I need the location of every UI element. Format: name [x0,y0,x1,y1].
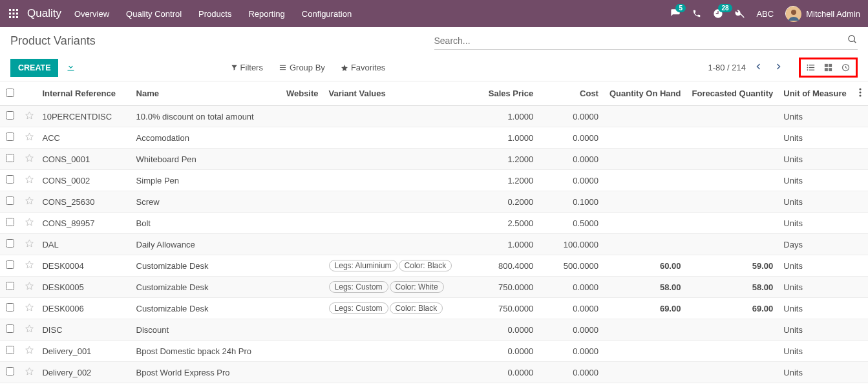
nav-configuration[interactable]: Configuration [302,9,352,19]
cell-variant [324,341,474,362]
table-row[interactable]: DESK0006Customizable DeskLegs: CustomCol… [0,298,868,319]
row-checkbox[interactable] [6,367,14,375]
table-row[interactable]: ACCAccomodation1.00000.0000Units [0,127,868,149]
col-select-all[interactable] [0,81,19,106]
star-icon[interactable] [25,346,34,357]
star-icon[interactable] [25,303,34,314]
table-row[interactable]: DESK0005Customizable DeskLegs: CustomCol… [0,277,868,298]
cell-website [281,191,323,213]
row-checkbox[interactable] [6,303,14,312]
star-icon[interactable] [25,218,34,229]
star-icon[interactable] [25,282,34,293]
star-icon[interactable] [25,239,34,250]
row-checkbox[interactable] [6,239,14,248]
table-row[interactable]: 10PERCENTDISC10.0% discount on total amo… [0,106,868,127]
table-row[interactable]: CONS_0002Simple Pen1.20000.0000Units [0,170,868,191]
select-all-checkbox[interactable] [6,89,14,97]
star-icon[interactable] [25,154,34,165]
messages-icon[interactable]: 5 [670,8,681,19]
cell-name: Screw [131,191,281,213]
col-options-icon[interactable] [852,81,868,106]
col-variant[interactable]: Variant Values [324,81,474,106]
col-ref[interactable]: Internal Reference [39,81,131,106]
apps-icon[interactable] [8,8,19,19]
svg-point-18 [807,67,809,69]
phone-icon[interactable] [692,9,701,18]
table-row[interactable]: CONS_25630Screw0.20000.1000Units [0,191,868,213]
star-icon[interactable] [25,132,34,143]
activities-icon[interactable]: 28 [713,8,723,19]
nav-quality-control[interactable]: Quality Control [126,9,182,19]
star-icon[interactable] [25,175,34,186]
col-name[interactable]: Name [131,81,281,106]
debug-icon[interactable] [735,9,745,19]
nav-reporting[interactable]: Reporting [248,9,284,19]
cell-forecast [686,341,778,362]
cell-ref: DISC [39,319,131,341]
row-checkbox[interactable] [6,196,14,205]
svg-rect-1 [13,9,15,11]
table-row[interactable]: DISCDiscount0.00000.0000Units [0,319,868,341]
col-qty[interactable]: Quantity On Hand [604,81,686,106]
import-icon[interactable] [66,62,76,74]
svg-rect-25 [829,68,832,71]
pager-next-icon[interactable] [772,63,785,72]
svg-rect-21 [809,70,814,70]
pager-text[interactable]: 1-80 / 214 [708,63,746,72]
row-checkbox[interactable] [6,282,14,290]
row-checkbox[interactable] [6,111,14,120]
filters-button[interactable]: Filters [231,63,263,72]
col-price[interactable]: Sales Price [473,81,538,106]
row-checkbox[interactable] [6,175,14,184]
cell-website [281,319,323,341]
row-checkbox[interactable] [6,154,14,162]
table-row[interactable]: Delivery_002Bpost World Express Pro0.000… [0,362,868,383]
search-input[interactable] [434,36,848,46]
favorites-button[interactable]: Favorites [341,63,385,72]
star-icon[interactable] [25,260,34,271]
col-forecast[interactable]: Forecasted Quantity [686,81,778,106]
user-short[interactable]: ABC [756,9,774,19]
create-button[interactable]: CREATE [10,59,58,77]
table-row[interactable]: DALDaily Allowance1.0000100.0000Days [0,234,868,255]
cell-uom: Units [778,341,852,362]
col-website[interactable]: Website [281,81,323,106]
table-row[interactable]: CONS_0001Whiteboard Pen1.20000.0000Units [0,149,868,170]
nav-overview[interactable]: Overview [74,9,109,19]
row-checkbox[interactable] [6,218,14,226]
svg-point-16 [807,65,809,66]
search-icon[interactable] [847,34,858,47]
row-checkbox[interactable] [6,132,14,141]
svg-point-20 [807,69,809,70]
table-row[interactable]: Delivery_001Bpost Domestic bpack 24h Pro… [0,341,868,362]
col-cost[interactable]: Cost [538,81,604,106]
cell-name: Customizable Desk [131,298,281,319]
cell-opt [852,191,868,213]
user-menu[interactable]: Mitchell Admin [785,6,860,21]
view-kanban-icon[interactable] [820,61,837,74]
col-uom[interactable]: Unit of Measure [778,81,852,106]
cell-qty [604,341,686,362]
view-list-icon[interactable] [802,61,820,74]
row-checkbox[interactable] [6,324,14,333]
star-icon[interactable] [25,196,34,207]
cell-uom: Units [778,255,852,277]
view-activity-icon[interactable] [837,61,854,74]
nav-products[interactable]: Products [198,9,231,19]
table-row[interactable]: CONS_89957Bolt2.50000.5000Units [0,213,868,234]
cell-website [281,106,323,127]
row-checkbox[interactable] [6,346,14,354]
svg-rect-7 [13,16,15,18]
variant-tag: Color: White [390,281,444,293]
star-icon[interactable] [25,367,34,378]
star-icon[interactable] [25,324,34,335]
pager-prev-icon[interactable] [752,63,765,72]
app-brand[interactable]: Quality [27,7,61,20]
cell-price: 1.0000 [473,234,538,255]
cell-price: 0.0000 [473,341,538,362]
groupby-button[interactable]: Group By [279,63,325,72]
star-icon[interactable] [25,111,34,122]
table-row[interactable]: DESK0004Customizable DeskLegs: Aluminium… [0,255,868,277]
cell-price: 750.0000 [473,277,538,298]
row-checkbox[interactable] [6,260,14,269]
